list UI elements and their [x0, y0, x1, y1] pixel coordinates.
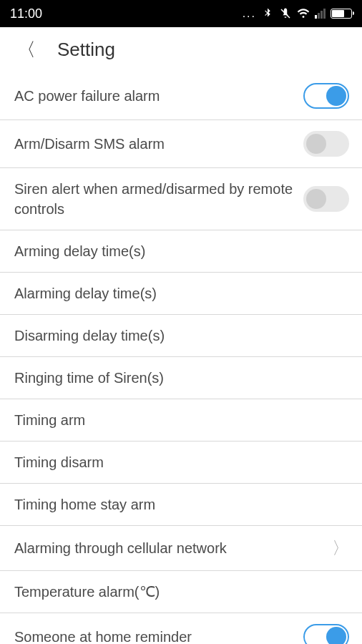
setting-label: Disarming delay time(s): [14, 326, 349, 346]
setting-label: AC power failure alarm: [14, 86, 295, 106]
setting-label: Arm/Disarm SMS alarm: [14, 134, 295, 154]
setting-alarming-cellular[interactable]: Alarming through cellular network 〉: [0, 526, 362, 571]
setting-label: Someone at home reminder: [14, 627, 295, 644]
status-icons: ...: [243, 7, 352, 20]
setting-label: Alarming delay time(s): [14, 283, 349, 303]
bluetooth-icon: [261, 7, 274, 20]
page-title: Setting: [57, 39, 115, 61]
setting-label: Timing home stay arm: [14, 494, 349, 514]
mute-icon: [279, 7, 292, 20]
setting-ac-power-failure[interactable]: AC power failure alarm: [0, 72, 362, 120]
chevron-right-icon: 〉: [332, 537, 349, 560]
setting-someone-home[interactable]: Someone at home reminder: [0, 613, 362, 644]
setting-label: Arming delay time(s): [14, 241, 349, 261]
status-dots: ...: [243, 7, 256, 20]
setting-alarming-delay[interactable]: Alarming delay time(s): [0, 273, 362, 315]
setting-arming-delay[interactable]: Arming delay time(s): [0, 230, 362, 273]
setting-ringing-time[interactable]: Ringing time of Siren(s): [0, 357, 362, 399]
header: 〈 Setting: [0, 27, 362, 72]
setting-label: Temperature alarm(℃): [14, 582, 349, 602]
setting-label: Timing arm: [14, 410, 349, 430]
status-bar: 11:00 ...: [0, 0, 362, 27]
toggle-someone-home[interactable]: [303, 624, 349, 644]
battery-icon: [331, 9, 352, 19]
setting-label: Timing disarm: [14, 452, 349, 472]
back-button[interactable]: 〈: [17, 37, 36, 62]
setting-temperature-alarm[interactable]: Temperature alarm(℃): [0, 571, 362, 613]
setting-label: Alarming through cellular network: [14, 538, 323, 558]
setting-siren-alert[interactable]: Siren alert when armed/disarmed by remot…: [0, 168, 362, 230]
wifi-icon: [297, 7, 310, 20]
setting-timing-arm[interactable]: Timing arm: [0, 399, 362, 441]
setting-arm-disarm-sms[interactable]: Arm/Disarm SMS alarm: [0, 120, 362, 168]
toggle-siren-alert[interactable]: [303, 186, 349, 212]
status-time: 11:00: [10, 6, 42, 21]
setting-timing-home-stay[interactable]: Timing home stay arm: [0, 484, 362, 526]
setting-label: Ringing time of Siren(s): [14, 368, 349, 388]
settings-list: AC power failure alarm Arm/Disarm SMS al…: [0, 72, 362, 644]
toggle-arm-disarm-sms[interactable]: [303, 131, 349, 157]
setting-label: Siren alert when armed/disarmed by remot…: [14, 179, 295, 219]
setting-disarming-delay[interactable]: Disarming delay time(s): [0, 315, 362, 357]
toggle-ac-power-failure[interactable]: [303, 83, 349, 109]
setting-timing-disarm[interactable]: Timing disarm: [0, 441, 362, 484]
signal-icon: [315, 9, 326, 19]
